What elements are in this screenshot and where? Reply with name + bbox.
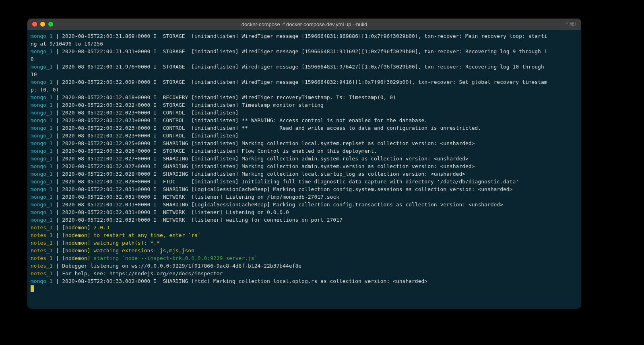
service-name: notes_1 xyxy=(31,232,56,238)
service-name: mongo_1 xyxy=(31,110,56,116)
log-line: mongo_1 | 2020-08-05T22:00:32.027+0000 I… xyxy=(31,155,578,162)
service-name: mongo_1 xyxy=(31,94,56,100)
service-name: mongo_1 xyxy=(31,64,56,70)
log-line: notes_1 | [nodemon] starting `node --ins… xyxy=(31,254,578,262)
traffic-lights xyxy=(27,22,53,27)
service-name: mongo_1 xyxy=(31,133,56,139)
service-name: mongo_1 xyxy=(31,148,56,154)
log-line: p: (0, 0) xyxy=(31,86,578,94)
service-name: mongo_1 xyxy=(31,140,56,146)
service-name: mongo_1 xyxy=(31,179,56,185)
terminal-window: docker-compose -f docker-compose.dev.yml… xyxy=(27,19,581,309)
log-line: mongo_1 | 2020-08-05T22:00:32.031+0000 I… xyxy=(31,201,578,208)
log-line: mongo_1 | 2020-08-05T22:00:31.931+0000 I… xyxy=(31,48,578,55)
service-name: mongo_1 xyxy=(31,194,56,200)
close-icon[interactable] xyxy=(32,22,37,27)
zoom-icon[interactable] xyxy=(48,22,53,27)
service-name: notes_1 xyxy=(31,263,56,269)
service-name: mongo_1 xyxy=(31,163,56,169)
log-line: notes_1 | [nodemon] 2.0.3 xyxy=(31,224,578,231)
service-name: notes_1 xyxy=(31,240,56,246)
titlebar: docker-compose -f docker-compose.dev.yml… xyxy=(27,19,581,30)
log-line: mongo_1 | 2020-08-05T22:00:32.026+0000 I… xyxy=(31,147,578,155)
log-line: mongo_1 | 2020-08-05T22:00:32.023+0000 I… xyxy=(31,109,578,116)
service-name: mongo_1 xyxy=(31,79,56,85)
log-line: mongo_1 | 2020-08-05T22:00:32.023+0000 I… xyxy=(31,132,578,139)
service-name: notes_1 xyxy=(31,255,56,261)
log-line: notes_1 | [nodemon] watching path(s): *.… xyxy=(31,239,578,247)
log-line: mongo_1 | 2020-08-05T22:00:32.028+0000 I… xyxy=(31,170,578,178)
terminal-output[interactable]: mongo_1 | 2020-08-05T22:00:31.869+0000 I… xyxy=(27,30,581,309)
log-line: notes_1 | Debugger listening on ws://0.0… xyxy=(31,262,578,270)
service-name: notes_1 xyxy=(31,247,56,254)
log-line: mongo_1 | 2020-08-05T22:00:32.031+0000 I… xyxy=(31,193,578,201)
service-name: mongo_1 xyxy=(31,202,56,208)
log-line: 0 xyxy=(31,55,578,63)
log-line: mongo_1 | 2020-08-05T22:00:32.009+0000 I… xyxy=(31,78,578,86)
log-line: mongo_1 | 2020-08-05T22:00:32.018+0000 I… xyxy=(31,94,578,101)
service-name: notes_1 xyxy=(31,270,56,276)
log-line: notes_1 | [nodemon] to restart at any ti… xyxy=(31,231,578,239)
log-line: mongo_1 | 2020-08-05T22:00:32.025+0000 I… xyxy=(31,139,578,147)
log-line: mongo_1 | 2020-08-05T22:00:32.022+0000 I… xyxy=(31,101,578,109)
minimize-icon[interactable] xyxy=(40,22,45,27)
log-line: mongo_1 | 2020-08-05T22:00:31.869+0000 I… xyxy=(31,32,578,40)
service-name: mongo_1 xyxy=(31,186,56,192)
service-name: mongo_1 xyxy=(31,117,56,123)
service-name: mongo_1 xyxy=(31,217,56,223)
log-line: mongo_1 | 2020-08-05T22:00:31.976+0000 I… xyxy=(31,63,578,71)
log-line: mongo_1 | 2020-08-05T22:00:32.028+0000 I… xyxy=(31,178,578,185)
log-line: mongo_1 | 2020-08-05T22:00:32.032+0000 I… xyxy=(31,216,578,224)
log-line: mongo_1 | 2020-08-05T22:00:32.031+0000 I… xyxy=(31,185,578,193)
window-title: docker-compose -f docker-compose.dev.yml… xyxy=(27,21,581,27)
log-line: mongo_1 | 2020-08-05T22:00:33.002+0000 I… xyxy=(31,277,578,285)
service-name: mongo_1 xyxy=(31,209,56,215)
cursor xyxy=(31,285,34,292)
service-name: mongo_1 xyxy=(31,278,56,284)
log-line: ng at 9/10496 to 10/256 xyxy=(31,40,578,48)
service-name: mongo_1 xyxy=(31,33,56,39)
service-name: mongo_1 xyxy=(31,156,56,162)
log-line: notes_1 | [nodemon] watching extensions:… xyxy=(31,247,578,254)
log-line: mongo_1 | 2020-08-05T22:00:32.027+0000 I… xyxy=(31,162,578,170)
service-name: mongo_1 xyxy=(31,171,56,177)
log-line: notes_1 | For help, see: https://nodejs.… xyxy=(31,270,578,277)
log-line: mongo_1 | 2020-08-05T22:00:32.031+0000 I… xyxy=(31,208,578,216)
log-line: 10 xyxy=(31,71,578,78)
service-name: mongo_1 xyxy=(31,48,56,54)
service-name: notes_1 xyxy=(31,224,56,231)
service-name: mongo_1 xyxy=(31,125,56,131)
service-name: mongo_1 xyxy=(31,102,56,108)
shortcut-hint: ⌃⌘1 xyxy=(565,21,577,27)
log-line: mongo_1 | 2020-08-05T22:00:32.023+0000 I… xyxy=(31,124,578,132)
log-line: mongo_1 | 2020-08-05T22:00:32.023+0000 I… xyxy=(31,116,578,124)
